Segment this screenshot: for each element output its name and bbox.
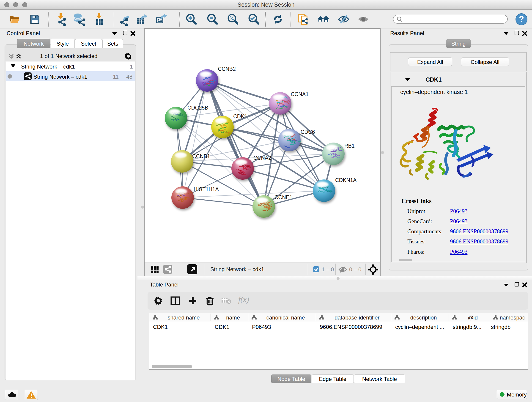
svg-text:CDK1: CDK1 <box>233 114 247 119</box>
svg-text:CCNB1: CCNB1 <box>192 153 210 159</box>
svg-text:CCNB2: CCNB2 <box>218 66 236 72</box>
svg-text:CCNE1: CCNE1 <box>274 194 292 200</box>
svg-text:CCNA2: CCNA2 <box>253 155 271 161</box>
svg-text:CDC25B: CDC25B <box>187 105 208 111</box>
svg-text:RB1: RB1 <box>344 143 355 149</box>
svg-text:HIST1H1A: HIST1H1A <box>194 186 219 192</box>
svg-text:CDKN1A: CDKN1A <box>335 177 357 183</box>
svg-text:CCNA1: CCNA1 <box>291 91 309 97</box>
svg-text:CDC6: CDC6 <box>301 129 315 135</box>
